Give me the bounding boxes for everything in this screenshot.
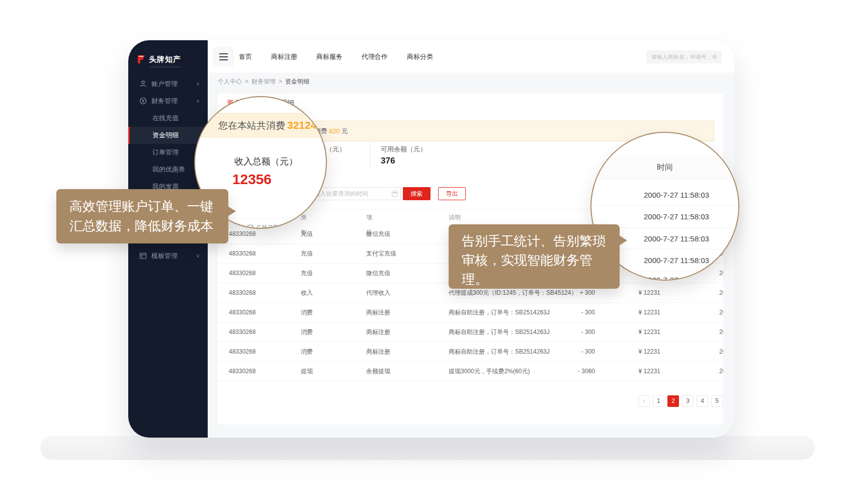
chevron-down-icon: ∨ <box>196 75 200 93</box>
table-row: 48330268 消费 商标注册 商标自助注册，订单号：SB2514263J -… <box>218 342 723 362</box>
nav-trademark-category[interactable]: 商标分类 <box>407 52 433 61</box>
available-balance-label: 可用余额（元） <box>381 145 426 154</box>
available-balance-value: 376 <box>381 156 395 166</box>
logo-tagline <box>150 66 180 67</box>
table-row: 48330268 消费 商标注册 商标自助注册，订单号：SB2514263J -… <box>218 322 723 342</box>
laptop-base <box>40 436 815 460</box>
magnified-time-header: 时间 <box>591 156 738 179</box>
stat-divider <box>370 142 370 169</box>
top-nav: 首页 商标注册 商标服务 代理合作 商标分类 <box>239 40 433 73</box>
pagination-page-3[interactable]: 3 <box>682 395 694 407</box>
breadcrumb: 个人中心>财务管理>资金明细 <box>208 74 734 90</box>
topbar: 首页 商标注册 商标服务 代理合作 商标分类 <box>208 40 734 73</box>
crumb-funds-detail: 资金明细 <box>285 78 309 85</box>
sidebar-item-account[interactable]: 账户管理 ∨ <box>128 75 208 93</box>
pagination-page-2[interactable]: 2 <box>667 395 679 407</box>
pagination-prev[interactable]: ‹ <box>638 395 650 407</box>
sidebar-item-templates[interactable]: 模板管理 ∨ <box>128 247 208 265</box>
magnified-time: 2000-7-27 11:58:03 <box>644 191 739 199</box>
sort-caret-icon: ∨ <box>368 210 372 225</box>
calendar-icon[interactable] <box>392 191 398 197</box>
tooltip-arrow <box>619 235 627 245</box>
crumb-finance[interactable]: 财务管理 <box>251 78 276 85</box>
search-button[interactable]: 搜索 <box>403 187 431 200</box>
col-desc: 说明 <box>449 210 461 225</box>
pagination: ‹ 1 2 3 4 5 <box>638 395 723 407</box>
magnified-time: 2000-7-27 11:58:03 <box>644 234 739 243</box>
date-query-input[interactable] <box>308 187 401 200</box>
menu-icon[interactable] <box>213 47 234 67</box>
tooltip-arrow <box>228 206 236 216</box>
chevron-up-icon: ∧ <box>196 93 200 110</box>
magnified-income-value: 12356 <box>232 172 272 188</box>
nav-agent-coop[interactable]: 代理合作 <box>362 52 388 61</box>
brand-name: 头牌知产 <box>149 55 181 64</box>
sidebar-item-online-recharge[interactable]: 在线充值 <box>128 110 208 127</box>
sidebar-item-finance[interactable]: 财务管理 ∧ <box>128 93 208 110</box>
tooltip-left: 高效管理账户订单、一键汇总数据，降低财务成本 <box>56 189 228 243</box>
nav-trademark-service[interactable]: 商标服务 <box>316 52 343 61</box>
trademark-search-input[interactable] <box>646 50 722 63</box>
brand-flag-icon <box>136 54 146 64</box>
pagination-page-5[interactable]: 5 <box>711 395 723 407</box>
magnified-income-label: 收入总额（元） <box>234 155 298 167</box>
magnified-consumption-amount: 32124 <box>287 119 316 131</box>
crumb-personal-center[interactable]: 个人中心 <box>218 78 242 85</box>
magnified-time: 2000-7-27 11:58:03 <box>644 212 739 221</box>
table-row: 48330268 提现 余额提现 提现3000元，手续费2%(60元) - 30… <box>218 362 723 381</box>
tooltip-right: 告别手工统计、告别繁琐审核，实现智能财务管理。 <box>449 224 620 289</box>
consumption-amount: 820 <box>329 127 340 135</box>
table-row: 48330268 消费 商标注册 商标自助注册，订单号：SB2514263J -… <box>218 303 723 322</box>
nav-home[interactable]: 首页 <box>239 52 252 61</box>
template-icon <box>139 252 147 260</box>
chevron-down-icon: ∨ <box>196 247 200 265</box>
finance-icon <box>139 97 147 105</box>
user-icon <box>139 80 147 88</box>
pagination-page-4[interactable]: 4 <box>697 395 708 407</box>
logo[interactable]: 头牌知产 <box>136 54 181 64</box>
pagination-page-1[interactable]: 1 <box>653 395 664 407</box>
export-button[interactable]: 导出 <box>438 187 466 200</box>
nav-trademark-register[interactable]: 商标注册 <box>271 52 297 61</box>
sidebar-item-funds-detail[interactable]: 资金明细 <box>128 127 208 144</box>
